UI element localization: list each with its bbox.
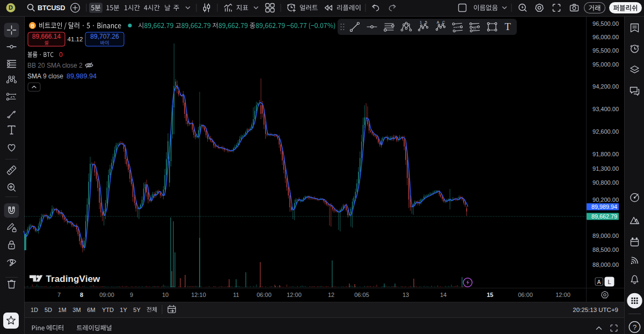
svg-text:13: 13 [402,292,409,298]
svg-text:15: 15 [487,292,493,298]
svg-text:10: 10 [162,292,169,298]
svg-text:5D: 5D [45,307,52,313]
svg-text:BB 20 SMA close 2: BB 20 SMA close 2 [27,62,83,69]
svg-text:A: A [597,279,601,285]
svg-text:91,300.00: 91,300.00 [592,165,619,172]
svg-text:9: 9 [130,292,133,298]
svg-text:1M: 1M [58,307,66,313]
svg-text:12:00: 12:00 [287,292,302,298]
svg-text:L: L [608,279,611,285]
svg-text:9 close: 9 close [43,72,63,80]
svg-text:89,989.94: 89,989.94 [591,204,617,210]
svg-text:1: 1 [420,20,422,24]
svg-text:5: 5 [425,20,427,24]
svg-text:20:25:13 UTC+9: 20:25:13 UTC+9 [573,307,618,313]
svg-text:41.12: 41.12 [68,36,83,42]
svg-text:3M: 3M [72,307,80,313]
svg-text:89,666.14: 89,666.14 [32,33,61,40]
svg-text:89,662.79: 89,662.79 [591,213,617,220]
svg-text:B: B [31,23,34,28]
svg-text:TradingView: TradingView [46,274,101,284]
svg-text:12:10: 12:10 [191,292,206,298]
svg-text:06:00: 06:00 [518,292,533,298]
svg-text:92,600.00: 92,600.00 [592,128,619,135]
svg-text:95,000.00: 95,000.00 [592,61,619,68]
svg-text:T: T [504,21,511,32]
svg-text:A: A [437,20,440,24]
svg-text:90,800.00: 90,800.00 [592,179,619,186]
svg-text:96,500.00: 96,500.00 [592,20,619,27]
svg-text:89,000.00: 89,000.00 [592,233,619,239]
svg-text:94,200.00: 94,200.00 [592,83,619,90]
svg-text:D: D [9,4,13,11]
svg-text:8: 8 [80,292,83,298]
svg-text:14: 14 [440,292,447,298]
svg-text:91,800.00: 91,800.00 [592,151,619,157]
svg-text:96,000.00: 96,000.00 [592,34,619,40]
svg-text:12: 12 [328,292,334,298]
svg-text:11: 11 [233,292,239,298]
svg-text:88,500.00: 88,500.00 [592,246,619,253]
svg-text:1D: 1D [31,307,38,313]
svg-text:06:05: 06:05 [354,292,369,298]
svg-text:90,200.00: 90,200.00 [592,197,619,203]
svg-text:06:00: 06:00 [257,292,272,298]
svg-text:93,400.00: 93,400.00 [592,106,619,112]
svg-text:12:00: 12:00 [555,292,570,298]
svg-text:89,707.26: 89,707.26 [90,33,119,40]
svg-text:BTCUSD: BTCUSD [38,4,65,12]
svg-text:SMA: SMA [27,72,41,80]
svg-text:1Y: 1Y [120,307,127,313]
svg-text:89,989.94: 89,989.94 [67,72,97,80]
svg-text:YTD: YTD [102,307,114,313]
svg-text:95,500.00: 95,500.00 [592,47,619,54]
svg-text:09:00: 09:00 [99,292,114,298]
svg-text:5Y: 5Y [133,307,141,313]
svg-text:6M: 6M [87,307,95,313]
svg-text:88,000.00: 88,000.00 [592,262,619,268]
svg-text:7: 7 [57,292,61,298]
svg-text:0: 0 [59,51,63,59]
svg-text:C: C [442,20,445,24]
svg-text:?: ? [633,323,636,331]
